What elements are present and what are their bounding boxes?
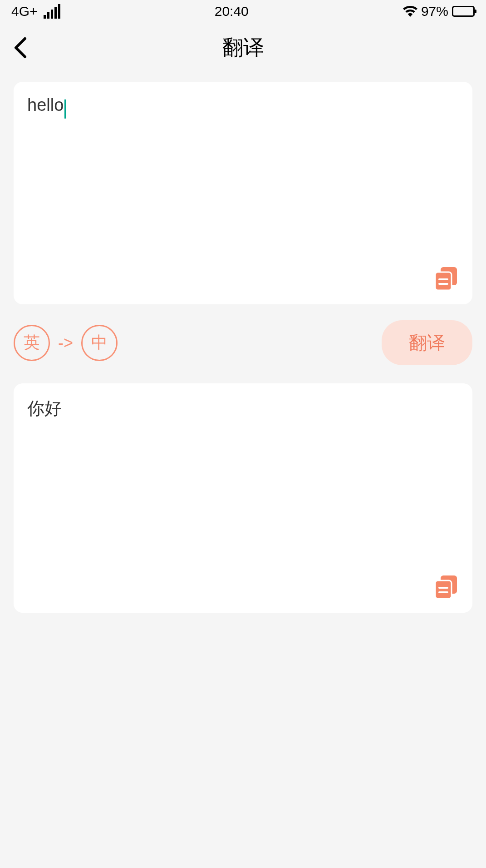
svg-rect-1 — [435, 272, 452, 290]
status-bar: 4G+ 20:40 97% — [0, 0, 486, 23]
signal-icon — [44, 4, 60, 19]
translate-button[interactable]: 翻译 — [382, 320, 472, 365]
app-header: 翻译 — [0, 27, 486, 68]
svg-rect-5 — [435, 580, 452, 599]
input-textarea[interactable]: hello — [27, 95, 64, 115]
language-bar: 英 -> 中 翻译 — [14, 320, 472, 365]
text-cursor — [64, 99, 66, 119]
status-time: 20:40 — [215, 4, 249, 19]
copy-icon[interactable] — [434, 574, 459, 599]
input-card: hello — [14, 82, 472, 304]
battery-percent: 97% — [421, 4, 448, 19]
battery-icon — [452, 6, 475, 17]
target-language[interactable]: 中 — [81, 325, 118, 361]
page-title: 翻译 — [0, 34, 486, 62]
status-left: 4G+ — [11, 4, 60, 19]
status-right: 97% — [403, 4, 475, 19]
source-language[interactable]: 英 — [14, 325, 50, 361]
arrow-icon: -> — [58, 333, 73, 352]
language-selector[interactable]: 英 -> 中 — [14, 325, 118, 361]
copy-icon[interactable] — [434, 266, 459, 291]
output-card: 你好 — [14, 383, 472, 613]
output-text: 你好 — [27, 397, 459, 420]
back-icon[interactable] — [11, 36, 29, 59]
network-type: 4G+ — [11, 4, 38, 19]
wifi-icon — [403, 6, 417, 17]
